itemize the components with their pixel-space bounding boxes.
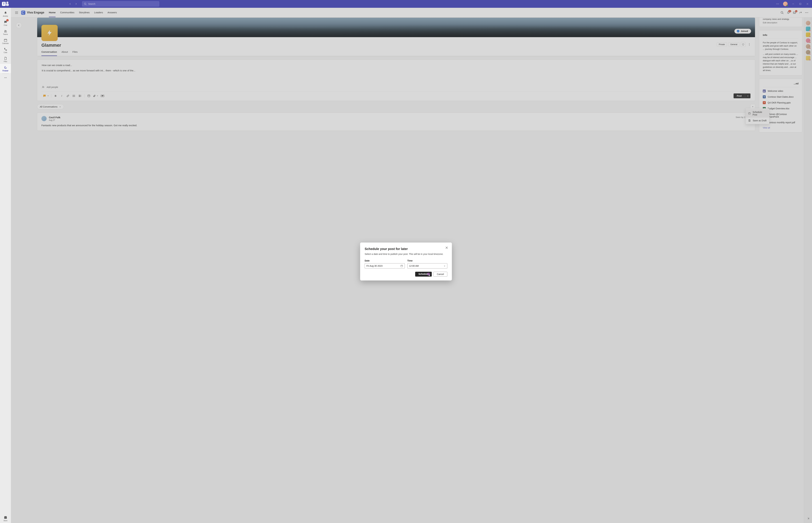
chat-badge: 1 bbox=[6, 19, 8, 21]
titlebar-more-button[interactable] bbox=[774, 1, 781, 7]
engage-icon bbox=[4, 66, 7, 69]
rail-more[interactable] bbox=[0, 74, 11, 81]
rail-engage[interactable]: Engage bbox=[0, 64, 11, 73]
bell-icon bbox=[4, 11, 7, 15]
svg-point-2 bbox=[6, 1, 8, 3]
phone-icon bbox=[4, 47, 7, 51]
svg-point-14 bbox=[4, 77, 5, 78]
window-close-button[interactable] bbox=[804, 1, 811, 7]
rail-teams[interactable]: Teams bbox=[0, 28, 11, 37]
nav-back-button[interactable] bbox=[68, 2, 72, 6]
more-icon bbox=[4, 76, 7, 80]
global-search-input[interactable]: Search bbox=[82, 1, 159, 6]
schedule-dialog: Schedule your post for later Select a da… bbox=[360, 242, 452, 281]
people-icon bbox=[4, 29, 7, 33]
rail-calendar[interactable]: Calendar bbox=[0, 37, 11, 46]
store-icon bbox=[4, 516, 7, 519]
svg-point-16 bbox=[6, 77, 6, 78]
svg-point-10 bbox=[6, 30, 6, 31]
svg-rect-3 bbox=[6, 4, 9, 6]
current-user-avatar[interactable] bbox=[783, 2, 788, 6]
cursor-icon bbox=[429, 274, 431, 276]
window-minimize-button[interactable] bbox=[790, 1, 796, 7]
time-label: Time bbox=[407, 259, 447, 262]
dialog-description: Select a date and time to publish your p… bbox=[365, 252, 447, 256]
date-input[interactable]: Fri Aug 30 2023 bbox=[365, 263, 405, 269]
rail-chat[interactable]: 1 Chat bbox=[0, 18, 11, 28]
dialog-title: Schedule your post for later bbox=[365, 247, 447, 251]
schedule-button[interactable]: Schedule bbox=[415, 272, 432, 276]
title-bar: T Search bbox=[0, 0, 812, 8]
svg-text:T: T bbox=[3, 2, 5, 5]
chevron-down-icon bbox=[444, 265, 446, 267]
svg-rect-19 bbox=[5, 517, 6, 518]
svg-point-7 bbox=[778, 4, 779, 4]
svg-point-15 bbox=[5, 77, 6, 78]
rail-files[interactable]: Files bbox=[0, 55, 11, 64]
cancel-button[interactable]: Cancel bbox=[433, 272, 447, 276]
svg-rect-8 bbox=[800, 3, 801, 5]
svg-point-9 bbox=[4, 30, 5, 31]
file-icon bbox=[4, 56, 7, 60]
svg-rect-11 bbox=[4, 39, 7, 41]
time-input[interactable]: 12:00 AM bbox=[407, 263, 447, 269]
svg-rect-18 bbox=[5, 517, 5, 518]
svg-point-5 bbox=[776, 4, 777, 4]
nav-forward-button[interactable] bbox=[74, 2, 78, 6]
window-maximize-button[interactable] bbox=[797, 1, 804, 7]
svg-point-13 bbox=[5, 67, 6, 68]
rail-store[interactable]: Store bbox=[0, 514, 11, 523]
date-label: Date bbox=[365, 259, 405, 262]
svg-rect-44 bbox=[401, 265, 402, 267]
presence-available-icon bbox=[787, 5, 788, 6]
teams-app-icon: T bbox=[1, 0, 10, 8]
svg-point-6 bbox=[777, 4, 778, 4]
rail-activity[interactable]: Activity bbox=[0, 10, 11, 18]
calendar-icon bbox=[400, 265, 403, 267]
search-placeholder: Search bbox=[88, 3, 95, 5]
rail-calls[interactable]: Calls bbox=[0, 46, 11, 55]
dialog-close-button[interactable] bbox=[445, 246, 449, 250]
app-rail: Activity 1 Chat Teams Calendar Calls Fil… bbox=[0, 8, 11, 523]
svg-point-4 bbox=[84, 3, 86, 4]
calendar-icon bbox=[4, 38, 7, 42]
